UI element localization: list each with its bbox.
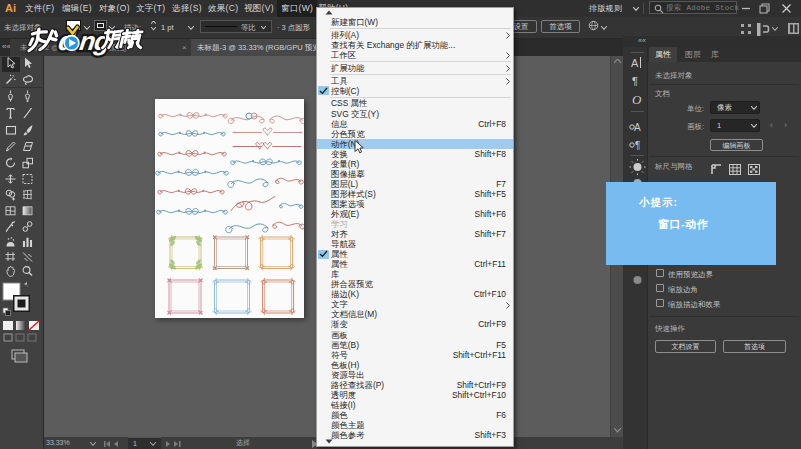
- svg-text:O: O: [632, 92, 642, 107]
- svg-text:¶: ¶: [632, 75, 638, 87]
- svg-text:A: A: [631, 57, 639, 69]
- svg-text:A: A: [634, 122, 641, 133]
- svg-text:¶: ¶: [635, 140, 640, 151]
